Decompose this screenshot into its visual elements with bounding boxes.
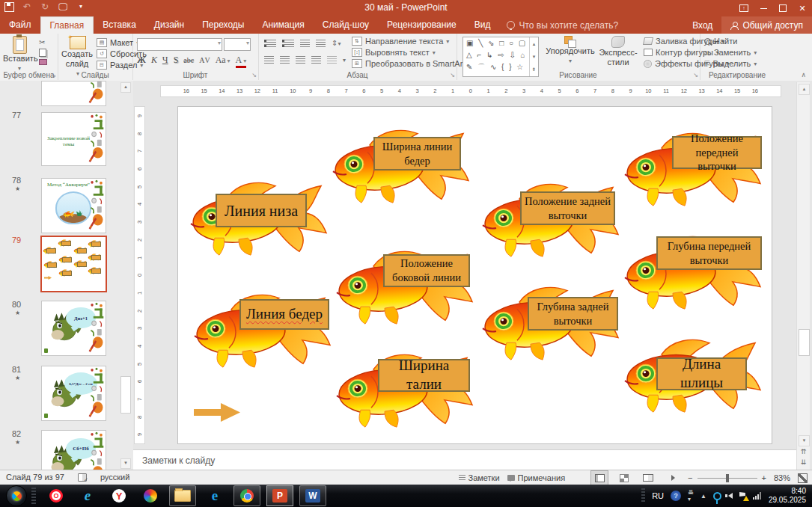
replace-button[interactable]: abЗаменить▾ [704,48,757,57]
fish-label[interactable]: Линия бедер [239,299,329,330]
network-signal-icon[interactable] [753,492,762,500]
clock[interactable]: 8:40 29.05.2025 [769,487,806,505]
fish-label[interactable]: Длина шлицы [656,357,747,390]
font-style-button[interactable]: К [151,55,157,66]
increase-indent-icon[interactable] [316,40,326,47]
decrease-indent-icon[interactable] [300,40,310,47]
taskbar-opera[interactable]: O [43,486,69,506]
normal-view-button[interactable] [590,470,608,485]
punto-key-icon[interactable] [713,492,721,500]
help-icon[interactable]: ? [671,491,681,501]
zoom-track[interactable] [697,478,757,479]
slide-thumbnail-78[interactable]: Метод “Аквариум” [41,178,106,233]
dialog-launcher-icon[interactable]: ↘ [51,72,56,79]
sign-in-link[interactable]: Вход [683,20,721,31]
fish-figure[interactable]: Положение боковой линии [332,248,474,326]
font-style-button[interactable]: А [236,55,247,68]
fit-slide-icon[interactable] [798,473,808,483]
fish-figure[interactable]: Положение передней выточки [620,129,763,208]
numbering-icon[interactable] [282,40,294,47]
slide-thumbnail-81[interactable]: 0,5*Дтс – 2 см [41,366,106,421]
collapse-ribbon-icon[interactable]: ∧ [801,71,806,79]
language-indicator[interactable]: русский [100,473,129,482]
zoom-slider[interactable]: − + [688,473,766,482]
sidebar-scrollbar[interactable]: ▲ ▼ [120,81,130,470]
scrollbar-thumb[interactable] [799,329,810,356]
language-switcher[interactable]: RU [652,491,664,500]
shape-row[interactable]: △ ⌐ ↳ ⇨ ⇩ ⌂ [463,49,538,61]
main-scrollbar[interactable]: ▲ ▼ ⇈ ⇊ [796,82,810,470]
format-painter-icon[interactable] [39,59,47,65]
fish-figure[interactable]: Ширина линии бедер [329,126,471,205]
bullets-icon[interactable] [264,40,276,47]
columns-icon[interactable] [327,56,337,64]
paste-button[interactable]: Вставить▾ [3,36,36,73]
ribbon-tab[interactable]: Рецензирование [378,16,465,34]
cut-icon[interactable]: ✂ [39,38,47,46]
minimize-button[interactable] [754,0,773,16]
fish-label[interactable]: Положение передней выточки [672,136,762,169]
restore-button[interactable] [773,0,793,16]
fish-figure[interactable]: Глубина передней выточки [620,233,763,311]
next-slide-icon[interactable]: ⇊ [799,458,808,467]
fish-figure[interactable]: Длина шлицы [620,336,763,414]
slide-thumbnail-partial[interactable] [41,81,106,106]
scroll-down-icon[interactable]: ▼ [799,435,810,446]
taskbar-yandex-browser[interactable]: Y [106,486,132,506]
taskbar-file-explorer[interactable] [169,485,196,506]
scroll-up-icon[interactable]: ▲ [120,82,131,93]
ribbon-tab[interactable]: Переходы [193,16,253,34]
scroll-up-icon[interactable]: ▲ [799,84,810,95]
close-button[interactable]: ✕ [793,0,812,16]
start-button[interactable] [6,485,27,506]
zoom-out-icon[interactable]: − [688,473,692,482]
slideshow-button[interactable] [664,471,680,485]
ribbon-tab[interactable]: Вставка [94,16,145,34]
zoom-level[interactable]: 83% [774,473,790,482]
fish-label[interactable]: Ширина линии бедер [373,137,461,170]
dialog-launcher-icon[interactable]: ↘ [450,72,455,79]
ribbon-tab[interactable]: Анимация [253,16,313,34]
scroll-down-icon[interactable]: ▼ [120,458,131,469]
reading-view-button[interactable] [640,471,656,485]
smartart-button[interactable]: ⊞Преобразовать в SmartArt▾ [352,59,471,68]
taskbar-browser[interactable] [138,486,163,506]
font-style-button[interactable]: Аа [216,55,231,66]
slide-thumbnail-79-selected[interactable] [40,236,107,292]
comments-toggle[interactable]: Примечания [507,473,566,482]
font-style-button[interactable]: Ж [137,55,146,66]
fish-label[interactable]: Линия низа [216,194,307,227]
notes-toggle[interactable]: Заметки [459,473,500,482]
ribbon-tab[interactable]: Дизайн [145,16,193,34]
ribbon-tab[interactable]: Слайд-шоу [314,16,378,34]
action-center-flag-icon[interactable] [739,492,746,500]
fish-label[interactable]: Глубина передней выточки [656,236,762,270]
arrange-button[interactable]: Упорядочить▾ [543,36,597,66]
show-hidden-icons[interactable]: ▲ [700,493,706,500]
ribbon-tab[interactable]: Вид [465,16,500,34]
dialog-launcher-icon[interactable]: ↘ [693,72,698,79]
fish-figure[interactable]: Линия бедер [190,291,332,369]
slide-thumbnail-77[interactable]: Закрепление новой темы [41,112,106,166]
fish-figure[interactable]: Линия низа [186,179,329,257]
zoom-thumb[interactable] [726,474,729,482]
align-left-icon[interactable] [264,56,274,64]
dialog-launcher-icon[interactable]: ↘ [251,72,257,79]
scrollbar-thumb[interactable] [120,376,131,414]
ribbon-display-options-icon[interactable]: ↑ [734,0,754,16]
text-direction-button[interactable]: ⇅Направление текста▾ [352,37,471,46]
align-right-icon[interactable] [296,56,305,64]
shape-row[interactable]: ▣ ╲ ⇘ □ ○ ▢ [463,37,538,49]
tell-me-box[interactable]: Что вы хотите сделать? [499,16,626,34]
align-center-icon[interactable] [280,56,290,64]
fish-label[interactable]: Глубина задней выточки [528,297,618,331]
zoom-in-icon[interactable]: + [762,473,766,482]
volume-icon[interactable] [728,493,733,499]
fish-label[interactable]: Положение боковой линии [383,254,470,287]
fish-label[interactable]: Положение задней выточки [520,191,615,225]
previous-slide-icon[interactable]: ⇈ [799,447,808,457]
slide-thumbnail-82[interactable]: Сб+Пб [41,430,106,470]
taskbar-internet-explorer[interactable]: e [75,486,100,506]
ribbon-tab[interactable]: Файл [0,16,40,34]
fish-figure[interactable]: Положение задней выточки [478,180,620,259]
